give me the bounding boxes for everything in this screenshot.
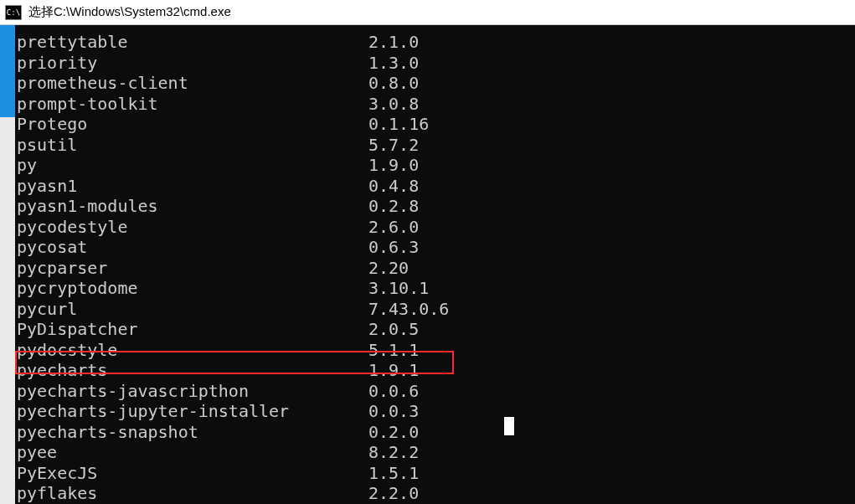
package-row: pyecharts-snapshot0.2.0 (15, 422, 855, 443)
package-row: pycryptodome3.10.1 (15, 278, 855, 299)
package-name: prettytable (17, 32, 368, 53)
package-version: 2.0.5 (368, 319, 855, 340)
package-version: 1.9.1 (368, 360, 855, 381)
package-name: pyasn1-modules (17, 196, 368, 217)
package-name: pyee (17, 442, 368, 463)
package-name: pyflakes (17, 483, 368, 504)
package-version: 3.0.8 (368, 94, 855, 115)
package-row: pyasn1-modules0.2.8 (15, 196, 855, 217)
package-row: pycodestyle2.6.0 (15, 217, 855, 238)
package-row: prometheus-client0.8.0 (15, 73, 855, 94)
package-row: priority1.3.0 (15, 53, 855, 74)
package-version: 0.4.8 (368, 176, 855, 197)
package-row: psutil5.7.2 (15, 135, 855, 156)
text-cursor (504, 417, 514, 435)
package-version: 2.20 (368, 258, 855, 279)
package-name: Protego (17, 114, 368, 135)
package-name: pycodestyle (17, 217, 368, 238)
window-title: 选择C:\Windows\System32\cmd.exe (28, 4, 231, 20)
package-name: pyecharts-javascripthon (17, 381, 368, 402)
package-row: prompt-toolkit3.0.8 (15, 94, 855, 115)
package-name: pyecharts-snapshot (17, 422, 368, 443)
package-version: 0.2.8 (368, 196, 855, 217)
package-name: pyasn1 (17, 176, 368, 197)
package-name: pycurl (17, 299, 368, 320)
package-version: 0.2.0 (368, 422, 855, 443)
package-row: PyDispatcher2.0.5 (15, 319, 855, 340)
window-title-bar: C:\ 选择C:\Windows\System32\cmd.exe (0, 0, 855, 25)
package-version: 0.6.3 (368, 237, 855, 258)
package-name: psutil (17, 135, 368, 156)
package-version: 2.1.0 (368, 32, 855, 53)
package-version: 0.1.16 (368, 114, 855, 135)
package-row: pyecharts-javascripthon0.0.6 (15, 381, 855, 402)
package-row: pycparser2.20 (15, 258, 855, 279)
package-name: pycparser (17, 258, 368, 279)
package-version: 1.3.0 (368, 53, 855, 74)
package-version: 5.1.1 (368, 340, 855, 361)
package-name: prometheus-client (17, 73, 368, 94)
package-name: pycosat (17, 237, 368, 258)
package-version: 1.9.0 (368, 155, 855, 176)
package-name: pyecharts-jupyter-installer (17, 401, 368, 422)
package-name: pyecharts (17, 360, 368, 381)
package-row: prettytable2.1.0 (15, 32, 855, 53)
sidebar-active-tab[interactable] (0, 25, 15, 117)
cmd-icon: C:\ (5, 5, 22, 20)
package-row: pyflakes2.2.0 (15, 483, 855, 504)
package-row: Protego0.1.16 (15, 114, 855, 135)
package-version: 0.8.0 (368, 73, 855, 94)
package-name: priority (17, 53, 368, 74)
package-name: PyExecJS (17, 463, 368, 484)
package-row: pyecharts-jupyter-installer0.0.3 (15, 401, 855, 422)
sidebar-strip (0, 25, 15, 504)
package-version: 3.10.1 (368, 278, 855, 299)
terminal-output[interactable]: prettytable2.1.0priority1.3.0prometheus-… (15, 25, 855, 504)
sidebar-inactive-area (0, 117, 15, 504)
package-row: py1.9.0 (15, 155, 855, 176)
package-version: 1.5.1 (368, 463, 855, 484)
package-version: 0.0.6 (368, 381, 855, 402)
package-version: 7.43.0.6 (368, 299, 855, 320)
package-row: pyasn10.4.8 (15, 176, 855, 197)
package-name: PyDispatcher (17, 319, 368, 340)
package-row: pydocstyle5.1.1 (15, 340, 855, 361)
package-row: pyecharts1.9.1 (15, 360, 855, 381)
package-row: pyee8.2.2 (15, 442, 855, 463)
package-row: pycurl7.43.0.6 (15, 299, 855, 320)
package-name: py (17, 155, 368, 176)
package-version: 5.7.2 (368, 135, 855, 156)
package-version: 0.0.3 (368, 401, 855, 422)
package-row: pycosat0.6.3 (15, 237, 855, 258)
package-version: 8.2.2 (368, 442, 855, 463)
package-name: pydocstyle (17, 340, 368, 361)
package-version: 2.6.0 (368, 217, 855, 238)
package-row: PyExecJS1.5.1 (15, 463, 855, 484)
package-name: pycryptodome (17, 278, 368, 299)
package-name: prompt-toolkit (17, 94, 368, 115)
package-version: 2.2.0 (368, 483, 855, 504)
